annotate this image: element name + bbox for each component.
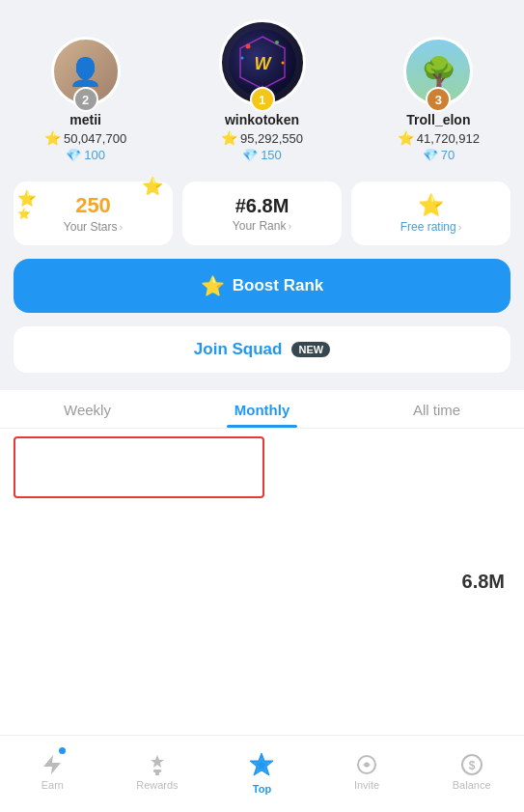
tab-alltime[interactable]: All time — [349, 402, 524, 428]
rank-value: #6.8M — [235, 195, 290, 217]
svg-text:W: W — [254, 54, 272, 73]
svg-rect-10 — [155, 772, 159, 775]
nav-rewards[interactable]: Rewards — [105, 743, 210, 800]
stars-value: 250 — [75, 193, 111, 218]
nav-balance[interactable]: $ Balance — [419, 743, 524, 800]
join-squad-label: Join Squad — [194, 340, 283, 359]
deco-stars: ⭐ ⭐ — [17, 191, 37, 219]
svg-point-3 — [245, 44, 250, 49]
svg-point-5 — [281, 62, 284, 65]
player-diamonds-metii: 💎 100 — [66, 148, 105, 162]
top-icon — [246, 749, 277, 780]
selection-box — [14, 436, 264, 498]
leaderboard-item-2nd: 👤 2 metii ⭐ 50,047,700 💎 100 — [10, 37, 161, 162]
player-stars-troll: ⭐ 41,720,912 — [398, 130, 480, 146]
boost-btn-label: Boost Rank — [233, 276, 323, 295]
player-name-winko: winkotoken — [225, 112, 299, 127]
player-diamonds-troll: 💎 70 — [423, 148, 455, 162]
tabs-row: Weekly Monthly All time — [0, 390, 524, 428]
free-rating-icon: ⭐ — [418, 193, 444, 218]
tabs-section: Weekly Monthly All time — [0, 390, 524, 429]
join-squad-button[interactable]: Join Squad NEW — [14, 326, 510, 373]
nav-earn[interactable]: Earn — [0, 743, 105, 800]
tab-active-indicator — [227, 425, 296, 428]
free-rating-chevron: › — [458, 221, 462, 233]
star-icon: ⭐ — [44, 130, 61, 146]
diamond-icon-troll: 💎 — [423, 148, 438, 162]
tree-emoji: 🌳 — [421, 55, 456, 89]
nav-balance-label: Balance — [453, 779, 491, 791]
rank-badge-3: 3 — [426, 87, 451, 112]
nav-rewards-label: Rewards — [136, 779, 178, 791]
svg-text:$: $ — [468, 759, 475, 772]
star-icon-winko: ⭐ — [221, 130, 237, 146]
rank-badge-2: 2 — [73, 87, 98, 112]
svg-point-4 — [275, 41, 279, 44]
leaderboard-item-1st: W 1 winkotoken ⭐ — [171, 19, 353, 162]
tab-weekly[interactable]: Weekly — [0, 402, 175, 428]
rank-chevron: › — [288, 220, 291, 232]
diamond-icon-winko: 💎 — [242, 148, 258, 162]
your-rank-card[interactable]: #6.8M Your Rank › — [182, 182, 342, 245]
nav-top-label: Top — [253, 783, 271, 795]
avatar-wrap-3rd: 🌳 3 — [403, 37, 473, 106]
svg-marker-11 — [250, 753, 273, 775]
invite-icon — [355, 753, 378, 776]
svg-marker-8 — [43, 755, 61, 774]
rank-label: Your Rank › — [233, 219, 291, 233]
boost-star-icon: ⭐ — [201, 274, 225, 297]
screen: 👤 2 metii ⭐ 50,047,700 💎 100 — [0, 0, 524, 812]
deco-star-top: ⭐ — [142, 176, 163, 197]
stars-label: Your Stars › — [64, 220, 123, 234]
person-silhouette: 👤 — [69, 56, 102, 88]
new-badge: NEW — [291, 342, 330, 357]
boost-rank-button[interactable]: ⭐ Boost Rank — [14, 259, 510, 313]
avatar-wrap-1st: W 1 — [219, 19, 306, 106]
stars-chevron: › — [119, 221, 123, 233]
tab-monthly[interactable]: Monthly — [175, 402, 349, 428]
list-content-area: 6.8M — [0, 429, 524, 735]
svg-rect-9 — [153, 770, 161, 772]
leaderboard-item-3rd: 🌳 3 Troll_elon ⭐ 41,720,912 💎 70 — [363, 37, 514, 162]
nav-invite-label: Invite — [354, 779, 379, 791]
svg-point-6 — [240, 57, 243, 60]
rewards-icon — [146, 753, 169, 776]
rank-badge-1: 1 — [250, 87, 275, 112]
player-name-troll: Troll_elon — [406, 112, 470, 127]
player-name-metii: metii — [69, 112, 101, 127]
bottom-nav: Earn Rewards Top Invite — [0, 735, 524, 812]
balance-icon: $ — [460, 753, 483, 776]
free-rating-card[interactable]: ⭐ Free rating › — [351, 182, 510, 245]
free-rating-label: Free rating › — [400, 220, 462, 234]
player-stars-metii: ⭐ 50,047,700 — [44, 130, 126, 146]
nav-invite[interactable]: Invite — [315, 743, 420, 800]
player-diamonds-winko: 💎 150 — [242, 148, 282, 162]
svg-point-14 — [365, 763, 370, 768]
leaderboard-section: 👤 2 metii ⭐ 50,047,700 💎 100 — [0, 0, 524, 172]
nav-top[interactable]: Top — [209, 743, 315, 800]
player-stars-winko: ⭐ 95,292,550 — [221, 130, 303, 146]
stats-row: ⭐ ⭐ ⭐ 250 Your Stars › #6.8M Your Rank ›… — [14, 182, 510, 245]
avatar-wrap-2nd: 👤 2 — [51, 37, 121, 106]
nav-earn-label: Earn — [41, 779, 64, 791]
your-stars-card[interactable]: ⭐ 250 Your Stars › — [14, 182, 173, 245]
star-icon-troll: ⭐ — [398, 130, 414, 146]
earn-notification-dot — [59, 747, 66, 754]
diamond-icon: 💎 — [66, 148, 81, 162]
earn-icon — [41, 753, 64, 776]
list-rank-value: 6.8M — [462, 571, 505, 593]
